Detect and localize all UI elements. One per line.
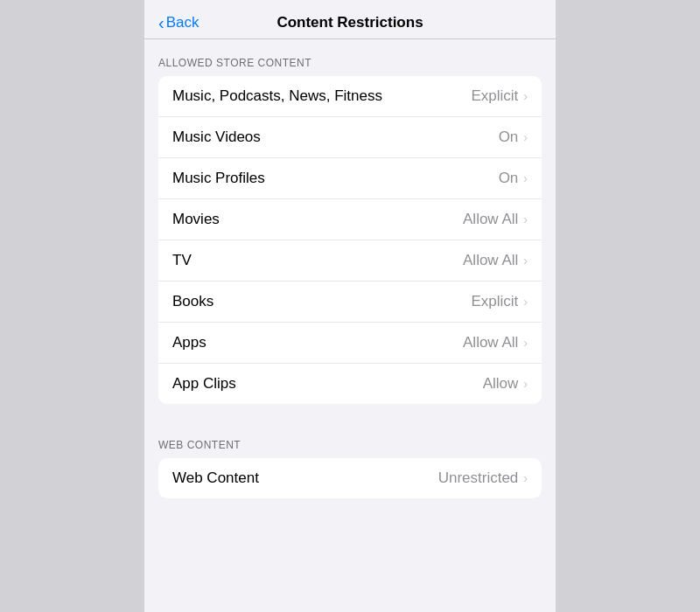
row-label-music-profiles: Music Profiles: [172, 170, 265, 187]
row-value-tv: Allow All: [463, 252, 518, 269]
page-title: Content Restrictions: [276, 14, 423, 31]
section-header-allowed-store-content: ALLOWED STORE CONTENT: [144, 39, 556, 76]
row-value-web-content: Unrestricted: [438, 469, 519, 487]
row-right-music-podcasts: Explicit›: [471, 87, 528, 105]
back-chevron-icon: ‹: [158, 13, 164, 33]
row-label-movies: Movies: [172, 211, 220, 228]
row-right-books: Explicit›: [471, 293, 528, 310]
row-value-movies: Allow All: [463, 211, 518, 228]
back-label: Back: [166, 14, 200, 31]
settings-row-app-clips[interactable]: App ClipsAllow›: [158, 364, 542, 404]
chevron-icon-app-clips: ›: [523, 377, 528, 391]
chevron-icon-books: ›: [523, 295, 528, 309]
settings-group-allowed-store-content: Music, Podcasts, News, FitnessExplicit›M…: [158, 76, 542, 404]
chevron-icon-music-podcasts: ›: [523, 89, 528, 103]
section-header-web-content: WEB CONTENT: [144, 421, 556, 458]
row-value-app-clips: Allow: [483, 375, 519, 393]
row-right-music-profiles: On›: [499, 170, 528, 187]
row-right-apps: Allow All›: [463, 334, 528, 351]
settings-row-apps[interactable]: AppsAllow All›: [158, 323, 542, 364]
nav-bar: ‹ Back Content Restrictions: [144, 0, 556, 39]
settings-row-music-podcasts[interactable]: Music, Podcasts, News, FitnessExplicit›: [158, 76, 542, 117]
row-right-app-clips: Allow›: [483, 375, 528, 393]
back-button[interactable]: ‹ Back: [158, 13, 199, 33]
chevron-icon-movies: ›: [523, 212, 528, 226]
chevron-icon-apps: ›: [523, 336, 528, 350]
row-value-music-videos: On: [499, 129, 519, 146]
settings-row-music-profiles[interactable]: Music ProfilesOn›: [158, 158, 542, 199]
row-label-books: Books: [172, 293, 214, 310]
phone-container: ‹ Back Content Restrictions ALLOWED STOR…: [144, 0, 556, 612]
settings-row-music-videos[interactable]: Music VideosOn›: [158, 117, 542, 158]
row-label-music-podcasts: Music, Podcasts, News, Fitness: [172, 87, 382, 105]
settings-row-tv[interactable]: TVAllow All›: [158, 240, 542, 282]
chevron-icon-web-content: ›: [523, 471, 528, 485]
row-value-music-podcasts: Explicit: [471, 87, 518, 105]
row-right-web-content: Unrestricted›: [438, 469, 528, 487]
content-area: ALLOWED STORE CONTENTMusic, Podcasts, Ne…: [144, 39, 556, 498]
row-value-music-profiles: On: [499, 170, 519, 187]
settings-row-web-content[interactable]: Web ContentUnrestricted›: [158, 458, 542, 498]
settings-row-books[interactable]: BooksExplicit›: [158, 282, 542, 323]
row-label-web-content: Web Content: [172, 469, 259, 487]
row-right-movies: Allow All›: [463, 211, 528, 228]
settings-row-movies[interactable]: MoviesAllow All›: [158, 199, 542, 240]
row-label-apps: Apps: [172, 334, 206, 351]
row-label-music-videos: Music Videos: [172, 129, 261, 146]
chevron-icon-tv: ›: [523, 254, 528, 268]
row-value-books: Explicit: [471, 293, 518, 310]
row-value-apps: Allow All: [463, 334, 518, 351]
chevron-icon-music-videos: ›: [523, 130, 528, 144]
settings-group-web-content: Web ContentUnrestricted›: [158, 458, 542, 498]
row-label-tv: TV: [172, 252, 192, 269]
row-label-app-clips: App Clips: [172, 375, 236, 393]
chevron-icon-music-profiles: ›: [523, 171, 528, 185]
row-right-tv: Allow All›: [463, 252, 528, 269]
row-right-music-videos: On›: [499, 129, 528, 146]
